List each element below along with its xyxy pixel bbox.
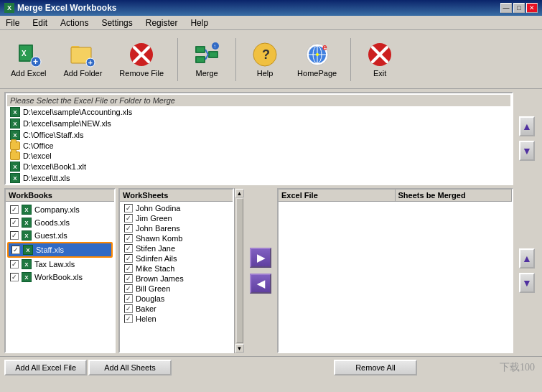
help-icon: ?	[252, 42, 278, 67]
file-item-1[interactable]: X D:\excel\sample\NEW.xls	[7, 118, 510, 129]
minimize-button[interactable]: —	[500, 3, 512, 13]
svg-text:e: e	[322, 42, 327, 52]
file-list-prompt: Please Select the Excel File or Folder t…	[7, 95, 510, 106]
add-folder-icon: +	[70, 42, 95, 67]
worksheet-item-3[interactable]: Shawn Komb	[121, 233, 231, 243]
close-button[interactable]: ✕	[526, 3, 538, 13]
workbook-checkbox-5[interactable]	[10, 273, 19, 281]
add-folder-label: Add Folder	[64, 69, 103, 78]
ws-checkbox-9[interactable]	[124, 294, 133, 303]
remove-all-button[interactable]: Remove All	[334, 360, 416, 375]
maximize-button[interactable]: □	[513, 3, 525, 13]
menu-file[interactable]: File	[3, 17, 22, 29]
app-icon: X	[4, 3, 14, 13]
excel-down-button[interactable]: ▼	[519, 273, 535, 293]
file-down-button[interactable]: ▼	[519, 141, 535, 161]
workbook-checkbox-0[interactable]	[10, 205, 19, 214]
scroll-up-arrow[interactable]: ▲	[235, 189, 244, 197]
watermark: 下载100	[500, 361, 538, 374]
workbook-checkbox-4[interactable]	[10, 260, 19, 269]
workbook-icon-0: X	[22, 205, 32, 215]
worksheet-item-1[interactable]: Jim Green	[121, 213, 231, 223]
move-right-button[interactable]: ▶	[250, 248, 271, 268]
file-list-inner: Please Select the Excel File or Folder t…	[6, 93, 512, 184]
remove-file-button[interactable]: Remove File	[113, 38, 170, 81]
file-item-2[interactable]: X C:\Office\Staff.xls	[7, 129, 510, 141]
homepage-icon: e	[304, 42, 330, 67]
worksheet-item-6[interactable]: Mike Stach	[121, 263, 231, 274]
add-folder-button[interactable]: + Add Folder	[57, 38, 109, 81]
add-all-sheets-button[interactable]: Add All Sheets	[88, 360, 171, 375]
merge-button[interactable]: ↑ Merge	[185, 38, 228, 81]
file-item-6[interactable]: X D:\excel\tt.xls	[7, 172, 510, 184]
workbook-item-2[interactable]: X Guest.xls	[7, 229, 113, 242]
worksheet-item-9[interactable]: Douglas	[121, 294, 231, 304]
excel-up-button[interactable]: ▲	[519, 248, 535, 269]
title-bar-left: X Merge Excel Workbooks	[4, 3, 117, 13]
ws-checkbox-10[interactable]	[124, 304, 133, 313]
worksheet-item-4[interactable]: Stifen Jane	[121, 243, 231, 253]
file-item-5[interactable]: X D:\excel\Book1.xlt	[7, 161, 510, 172]
menu-settings[interactable]: Settings	[98, 17, 135, 29]
workbook-item-4[interactable]: X Tax Law.xls	[7, 258, 113, 271]
file-item-0[interactable]: X D:\excel\sample\Accounting.xls	[7, 106, 510, 118]
ws-checkbox-3[interactable]	[124, 234, 133, 243]
svg-rect-14	[197, 47, 204, 52]
worksheet-item-10[interactable]: Baker	[121, 304, 231, 314]
ws-checkbox-0[interactable]	[124, 204, 133, 213]
ws-checkbox-8[interactable]	[124, 284, 133, 293]
help-label: Help	[257, 69, 274, 78]
excel-icon-6: X	[10, 173, 20, 183]
move-left-button[interactable]: ◀	[250, 274, 271, 294]
workbook-item-1[interactable]: X Goods.xls	[7, 216, 113, 229]
excel-file-headers: Excel File Sheets be Merged	[279, 190, 512, 202]
svg-rect-16	[197, 57, 204, 62]
workbook-item-3[interactable]: X Staff.xls	[7, 242, 113, 258]
worksheet-item-0[interactable]: John Godina	[121, 203, 231, 213]
workbook-checkbox-1[interactable]	[10, 218, 19, 227]
svg-text:+: +	[88, 58, 93, 67]
menu-edit[interactable]: Edit	[29, 17, 50, 29]
worksheet-item-7[interactable]: Brown James	[121, 274, 231, 284]
scroll-thumb[interactable]	[236, 198, 243, 343]
ws-checkbox-2[interactable]	[124, 224, 133, 233]
workbook-icon-5: X	[22, 272, 32, 282]
add-excel-button[interactable]: X + Add Excel	[4, 38, 53, 81]
workbook-item-0[interactable]: X Company.xls	[7, 203, 113, 216]
file-item-4[interactable]: D:\excel	[7, 151, 510, 161]
ws-checkbox-4[interactable]	[124, 244, 133, 253]
worksheet-item-5[interactable]: Sdinfen Ails	[121, 253, 231, 263]
merge-icon: ↑	[194, 42, 220, 67]
file-item-3[interactable]: C:\Office	[7, 141, 510, 151]
scroll-down-arrow[interactable]: ▼	[235, 344, 244, 353]
menu-bar: File Edit Actions Settings Register Help	[0, 16, 542, 30]
help-button[interactable]: ? Help	[243, 38, 286, 81]
ws-checkbox-11[interactable]	[124, 314, 133, 323]
worksheets-scrollbar[interactable]: ▲ ▼	[234, 188, 244, 353]
file-up-button[interactable]: ▲	[519, 116, 535, 136]
bottom-bar: Add All Excel File Add All Sheets Remove…	[0, 356, 542, 378]
worksheet-item-2[interactable]: John Barens	[121, 223, 231, 233]
menu-help[interactable]: Help	[187, 17, 211, 29]
ws-checkbox-5[interactable]	[124, 254, 133, 263]
worksheet-item-8[interactable]: Bill Green	[121, 284, 231, 294]
ws-checkbox-1[interactable]	[124, 214, 133, 223]
add-all-excel-button[interactable]: Add All Excel File	[4, 360, 87, 375]
workbook-icon-3: X	[23, 245, 33, 255]
workbooks-panel: WorkBooks X Company.xls X Goods.xls X Gu…	[4, 188, 116, 353]
worksheet-item-11[interactable]: Helen	[121, 314, 231, 324]
homepage-button[interactable]: e HomePage	[291, 38, 343, 81]
workbook-checkbox-2[interactable]	[10, 231, 19, 240]
workbook-item-5[interactable]: X WorkBook.xls	[7, 271, 113, 284]
ws-checkbox-7[interactable]	[124, 274, 133, 283]
toolbar-separator-3	[350, 38, 351, 81]
menu-actions[interactable]: Actions	[57, 17, 91, 29]
svg-text:X: X	[22, 50, 27, 57]
workbooks-header: WorkBooks	[6, 190, 114, 202]
exit-button[interactable]: Exit	[358, 38, 401, 81]
menu-register[interactable]: Register	[143, 17, 181, 29]
homepage-label: HomePage	[297, 69, 337, 78]
ws-checkbox-6[interactable]	[124, 264, 133, 273]
add-excel-icon: X +	[16, 42, 42, 67]
workbook-checkbox-3[interactable]	[11, 246, 20, 254]
